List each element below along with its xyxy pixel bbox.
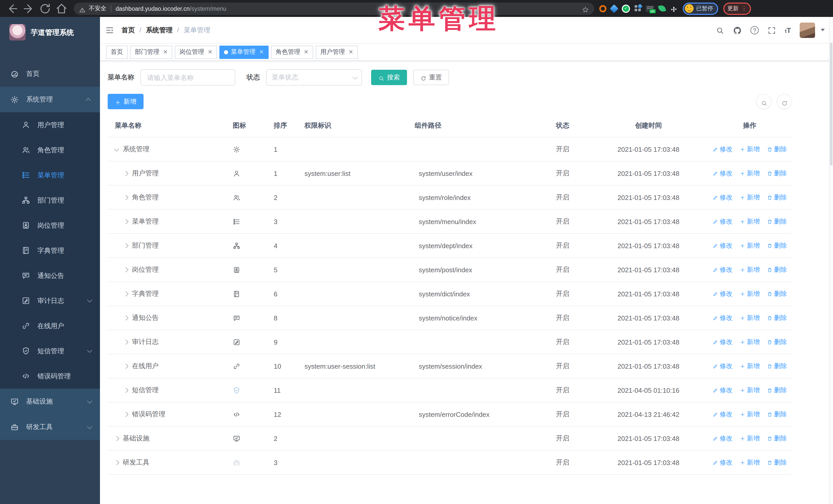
reset-button[interactable]: 重置	[413, 70, 449, 85]
delete-row-button[interactable]: 删除	[767, 362, 787, 370]
delete-row-button[interactable]: 删除	[767, 289, 787, 298]
extension-switch-icon[interactable]: on	[646, 5, 654, 11]
delete-row-button[interactable]: 删除	[767, 265, 787, 274]
sidebar-item-edit-note[interactable]: 审计日志	[0, 288, 100, 313]
delete-row-button[interactable]: 删除	[767, 145, 787, 153]
delete-row-button[interactable]: 删除	[767, 386, 787, 394]
tag-view[interactable]: 角色管理✕	[271, 45, 313, 59]
edit-row-button[interactable]: 修改	[713, 145, 733, 153]
address-bar[interactable]: 不安全 dashboard.yudao.iocoder.cn/system/me…	[74, 2, 594, 15]
edit-row-button[interactable]: 修改	[713, 314, 733, 322]
row-expand-toggle[interactable]	[123, 267, 128, 272]
delete-row-button[interactable]: 删除	[767, 169, 787, 178]
table-row[interactable]: 短信管理11开启2021-04-05 01:10:16修改新增删除	[108, 378, 792, 403]
delete-row-button[interactable]: 删除	[767, 241, 787, 250]
refresh-table-button[interactable]	[777, 94, 792, 109]
hamburger-icon[interactable]	[105, 25, 114, 34]
scrollbar-thumb[interactable]	[830, 43, 832, 166]
add-row-button[interactable]: 新增	[740, 265, 760, 274]
add-row-button[interactable]: 新增	[740, 241, 760, 250]
row-expand-toggle[interactable]	[123, 363, 128, 368]
help-icon[interactable]: ?	[751, 26, 759, 34]
row-expand-toggle[interactable]	[123, 195, 128, 199]
delete-row-button[interactable]: 删除	[767, 338, 787, 346]
close-icon[interactable]: ✕	[208, 49, 212, 55]
sidebar-item-badge[interactable]: 岗位管理	[0, 213, 100, 238]
row-expand-toggle[interactable]	[123, 388, 128, 392]
sidebar-item-chat[interactable]: 通知公告	[0, 263, 100, 288]
table-row[interactable]: 通知公告8system/notice/index开启2021-01-05 17:…	[108, 306, 792, 330]
table-row[interactable]: 在线用户10system:user-session:listsystem/ses…	[108, 354, 792, 378]
chevron-down-icon[interactable]	[821, 29, 825, 31]
browser-forward-button[interactable]	[22, 2, 35, 15]
table-row[interactable]: 字典管理6system/dict/index开启2021-01-05 17:03…	[108, 282, 792, 306]
row-expand-toggle[interactable]	[114, 436, 119, 440]
sidebar-item-org-tree[interactable]: 部门管理	[0, 188, 100, 213]
browser-home-button[interactable]	[55, 2, 68, 15]
bookmark-star-icon[interactable]	[582, 5, 589, 12]
row-expand-toggle[interactable]	[123, 171, 128, 175]
user-avatar[interactable]	[800, 22, 815, 38]
row-expand-toggle[interactable]	[123, 315, 128, 320]
sidebar-logo-row[interactable]: 芋道管理系统	[0, 17, 100, 61]
sidebar-item-menu-list[interactable]: 菜单管理	[0, 163, 100, 188]
sidebar-item-toolbox[interactable]: 研发工具	[0, 414, 100, 440]
row-expand-toggle[interactable]	[123, 339, 128, 344]
github-icon[interactable]	[733, 26, 742, 34]
edit-row-button[interactable]: 修改	[713, 338, 733, 346]
extension-gem-icon[interactable]	[610, 4, 618, 13]
search-icon[interactable]	[716, 26, 724, 34]
edit-row-button[interactable]: 修改	[713, 362, 733, 370]
delete-row-button[interactable]: 删除	[767, 410, 787, 418]
close-icon[interactable]: ✕	[349, 49, 353, 55]
add-row-button[interactable]: 新增	[740, 338, 760, 346]
breadcrumb-home[interactable]: 首页	[121, 25, 135, 34]
sidebar-item-monitor[interactable]: 基础设施	[0, 389, 100, 414]
page-scrollbar[interactable]	[829, 17, 833, 504]
search-button[interactable]: 搜索	[371, 70, 407, 85]
extensions-puzzle-icon[interactable]	[670, 5, 678, 12]
font-size-icon[interactable]: tT	[785, 26, 791, 34]
close-icon[interactable]: ✕	[304, 49, 308, 55]
table-row[interactable]: 基础设施2开启2021-01-05 17:03:48修改新增删除	[108, 427, 792, 451]
edit-row-button[interactable]: 修改	[713, 289, 733, 298]
sidebar-item-user[interactable]: 用户管理	[0, 112, 100, 137]
row-expand-toggle[interactable]	[123, 219, 128, 223]
delete-row-button[interactable]: 删除	[767, 458, 787, 467]
browser-back-button[interactable]	[6, 2, 19, 15]
add-row-button[interactable]: 新增	[740, 458, 760, 467]
row-expand-toggle[interactable]	[123, 412, 128, 416]
tag-view[interactable]: 菜单管理✕	[220, 45, 268, 59]
tag-view[interactable]: 首页	[106, 45, 128, 59]
delete-row-button[interactable]: 删除	[767, 314, 787, 322]
toggle-search-button[interactable]	[756, 94, 771, 109]
edit-row-button[interactable]: 修改	[713, 434, 733, 443]
breadcrumb-system[interactable]: 系统管理	[146, 25, 172, 34]
close-icon[interactable]: ✕	[259, 49, 264, 55]
table-row[interactable]: 用户管理1system:user:listsystem/user/index开启…	[108, 162, 792, 186]
table-row[interactable]: 研发工具3开启2021-01-05 17:03:48修改新增删除	[108, 451, 792, 475]
browser-reload-button[interactable]	[39, 2, 52, 15]
delete-row-button[interactable]: 删除	[767, 217, 787, 226]
row-expand-toggle[interactable]	[114, 460, 119, 464]
add-row-button[interactable]: 新增	[740, 217, 760, 226]
browser-profile-chip[interactable]: 已暂停	[683, 2, 718, 15]
browser-update-button[interactable]: 更新 ⋮	[723, 2, 751, 15]
add-button[interactable]: 新增	[108, 94, 144, 109]
table-row[interactable]: 角色管理2system/role/index开启2021-01-05 17:03…	[108, 186, 792, 210]
tag-view[interactable]: 用户管理✕	[316, 45, 358, 59]
extension-grid-icon[interactable]	[635, 5, 641, 12]
add-row-button[interactable]: 新增	[740, 410, 760, 418]
edit-row-button[interactable]: 修改	[713, 217, 733, 226]
add-row-button[interactable]: 新增	[740, 434, 760, 443]
tag-view[interactable]: 岗位管理✕	[175, 45, 217, 59]
sidebar-item-code[interactable]: 错误码管理	[0, 363, 100, 389]
fullscreen-icon[interactable]	[767, 26, 776, 34]
add-row-button[interactable]: 新增	[740, 386, 760, 394]
sidebar-item-gear[interactable]: 系统管理	[0, 87, 100, 112]
add-row-button[interactable]: 新增	[740, 289, 760, 298]
extension-check-icon[interactable]: ✓	[622, 4, 630, 13]
table-row[interactable]: 岗位管理5system/post/index开启2021-01-05 17:03…	[108, 258, 792, 282]
edit-row-button[interactable]: 修改	[713, 386, 733, 394]
add-row-button[interactable]: 新增	[740, 193, 760, 202]
